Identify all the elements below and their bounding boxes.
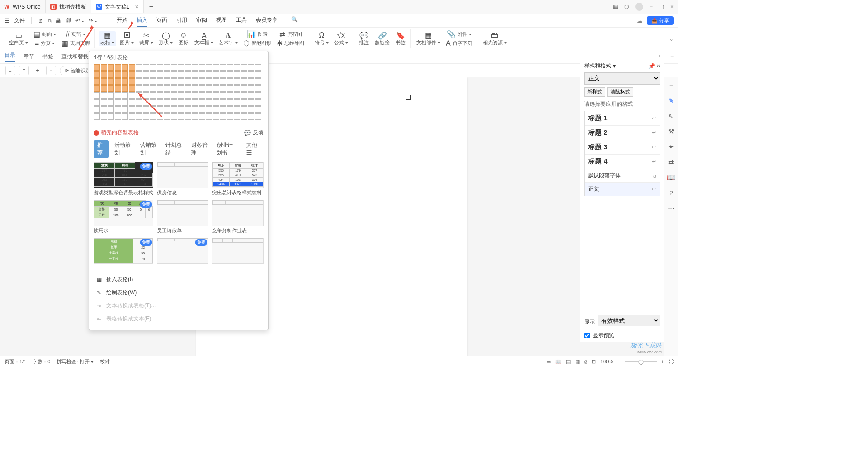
grid-cell[interactable] (220, 64, 226, 70)
grid-cell[interactable] (115, 113, 121, 120)
layout-icon[interactable]: ▦ (613, 4, 618, 10)
print-preview-icon[interactable]: 🖶 (56, 18, 61, 24)
style-heading3[interactable]: 标题 3↵ (585, 140, 660, 155)
grid-cell[interactable] (234, 85, 240, 92)
grid-cell[interactable] (94, 85, 100, 92)
grid-cell[interactable] (136, 92, 142, 99)
grid-cell[interactable] (157, 92, 163, 99)
grid-cell[interactable] (164, 64, 170, 70)
grid-cell[interactable] (164, 113, 170, 120)
grid-cell[interactable] (94, 113, 100, 120)
tpl-tab-other[interactable]: 其他 ☰ (243, 140, 264, 158)
style-heading1[interactable]: 标题 1↵ (585, 111, 660, 126)
grid-cell[interactable] (213, 99, 219, 106)
grid-cell[interactable] (150, 78, 156, 85)
grid-cell[interactable] (227, 64, 233, 70)
grid-cell[interactable] (234, 64, 240, 70)
grid-cell[interactable] (122, 99, 128, 106)
grid-cell[interactable] (171, 92, 177, 99)
toc-add-icon[interactable]: + (33, 66, 42, 75)
grid-cell[interactable] (178, 78, 184, 85)
grid-cell[interactable] (199, 64, 205, 70)
tpl-tab-plan[interactable]: 计划总结 (162, 140, 186, 158)
fullscreen-icon[interactable]: ⛶ (669, 359, 674, 364)
grid-cell[interactable] (122, 64, 128, 70)
grid-cell[interactable] (220, 85, 226, 92)
grid-cell[interactable] (101, 92, 107, 99)
grid-cell[interactable] (234, 99, 240, 106)
file-menu[interactable]: 文件 (14, 17, 25, 24)
grid-cell[interactable] (199, 85, 205, 92)
grid-cell[interactable] (206, 92, 212, 99)
grid-cell[interactable] (94, 106, 100, 113)
grid-cell[interactable] (241, 78, 247, 85)
grid-cell[interactable] (241, 106, 247, 113)
wordart-button[interactable]: 𝐀艺术字 (217, 31, 240, 46)
rail-select-icon[interactable]: ↖ (668, 112, 674, 120)
status-spell[interactable]: 拼写检查: 打开 ▾ (57, 358, 93, 365)
rail-more-icon[interactable]: ⋯ (668, 204, 675, 212)
grid-cell[interactable] (101, 78, 107, 85)
table-size-grid[interactable] (89, 64, 268, 123)
grid-cell[interactable] (171, 113, 177, 120)
rail-format-icon[interactable]: ✎ (668, 97, 674, 105)
grid-cell[interactable] (178, 64, 184, 70)
grid-cell[interactable] (241, 85, 247, 92)
view-print-icon[interactable]: ⎙ (584, 359, 587, 364)
view-page-icon[interactable]: ▭ (546, 359, 551, 365)
minimize-icon[interactable]: − (650, 4, 653, 10)
grid-cell[interactable] (213, 92, 219, 99)
grid-cell[interactable] (94, 64, 100, 70)
grid-cell[interactable] (220, 99, 226, 106)
grid-cell[interactable] (143, 64, 149, 70)
zoom-value[interactable]: 100% (600, 359, 613, 364)
feedback-link[interactable]: 💬反馈 (244, 129, 264, 136)
chart-button[interactable]: 📊图表 (241, 30, 273, 38)
grid-cell[interactable] (157, 64, 163, 70)
grid-cell[interactable] (227, 106, 233, 113)
new-style-button[interactable]: 新样式 (584, 87, 605, 97)
app-tab[interactable]: W WPS Office (0, 0, 46, 13)
grid-cell[interactable] (129, 99, 135, 106)
rail-translate-icon[interactable]: ⇄ (668, 158, 674, 166)
nav-bookmark[interactable]: 书签 (42, 53, 53, 61)
equation-button[interactable]: √x公式 (332, 31, 350, 46)
close-tab-icon[interactable]: × (135, 3, 138, 10)
textbox-button[interactable]: A̲文本框 (193, 31, 215, 46)
insert-table-action[interactable]: ▦插入表格(I) (89, 273, 268, 286)
grid-cell[interactable] (185, 113, 191, 120)
status-words[interactable]: 字数：0 (33, 358, 50, 365)
grid-cell[interactable] (157, 78, 163, 85)
tab-home[interactable]: 开始 (117, 14, 127, 27)
tab-insert[interactable]: 插入 (137, 14, 147, 27)
grid-cell[interactable] (248, 99, 254, 106)
grid-cell[interactable] (101, 71, 107, 78)
grid-cell[interactable] (150, 92, 156, 99)
tab-tools[interactable]: 工具 (236, 14, 247, 27)
preview-checkbox[interactable] (584, 333, 590, 338)
grid-cell[interactable] (206, 71, 212, 78)
page-number-button[interactable]: #页码 (60, 30, 92, 38)
toc-up-icon[interactable]: ⌃ (19, 66, 29, 75)
grid-cell[interactable] (255, 85, 261, 92)
grid-cell[interactable] (185, 85, 191, 92)
grid-cell[interactable] (255, 64, 261, 70)
grid-cell[interactable] (122, 71, 128, 78)
grid-cell[interactable] (178, 99, 184, 106)
tab-review[interactable]: 审阅 (196, 14, 207, 27)
grid-cell[interactable] (143, 92, 149, 99)
grid-cell[interactable] (150, 71, 156, 78)
grid-cell[interactable] (206, 64, 212, 70)
grid-cell[interactable] (129, 113, 135, 120)
grid-cell[interactable] (178, 92, 184, 99)
grid-cell[interactable] (255, 113, 261, 120)
header-footer-button[interactable]: ▦页眉页脚 (60, 39, 92, 47)
grid-cell[interactable] (213, 113, 219, 120)
table-template[interactable]: 竞争分析作业表 (212, 200, 264, 234)
grid-cell[interactable] (108, 113, 114, 120)
close-panel-icon[interactable]: × (657, 63, 660, 69)
maximize-icon[interactable]: ▢ (659, 4, 664, 10)
grid-cell[interactable] (150, 85, 156, 92)
document-tab[interactable]: W 文字文稿1 × (91, 0, 144, 13)
status-page[interactable]: 页面：1/1 (5, 358, 26, 365)
